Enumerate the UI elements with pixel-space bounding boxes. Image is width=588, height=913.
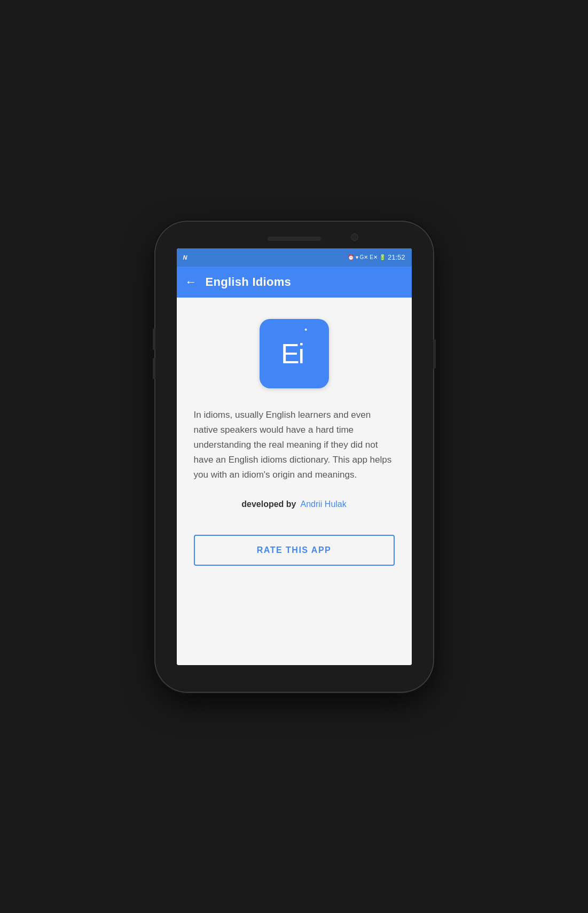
status-left: N xyxy=(183,254,187,261)
alarm-icon: ⏰ xyxy=(348,254,354,260)
app-bar: ← English Idioms xyxy=(177,267,412,298)
app-icon-dot: • xyxy=(304,325,307,334)
app-icon-wrapper: Ei • xyxy=(260,319,329,388)
rate-app-button[interactable]: RATE THIS APP xyxy=(194,535,395,566)
phone-camera xyxy=(351,233,358,241)
app-icon: Ei • xyxy=(260,319,329,388)
developer-label: developed by xyxy=(241,500,296,509)
phone-device: N ⏰ ▾ G✕ E✕ 🔋 21:52 ← English Idioms xyxy=(155,222,433,692)
volume-down-button[interactable] xyxy=(153,358,155,379)
status-time: 21:52 xyxy=(388,253,405,261)
wifi-icon: ▾ xyxy=(356,254,358,260)
signal-g-icon: G✕ xyxy=(360,254,369,260)
signal-e-icon: E✕ xyxy=(370,254,378,260)
developer-row: developed by Andrii Hulak xyxy=(241,500,347,509)
main-content: Ei • In idioms, usually English learners… xyxy=(177,298,412,665)
status-right: ⏰ ▾ G✕ E✕ 🔋 21:52 xyxy=(348,253,405,261)
notification-icon: N xyxy=(183,254,187,261)
phone-speaker xyxy=(268,237,321,241)
status-icons: ⏰ ▾ G✕ E✕ 🔋 xyxy=(348,254,386,260)
volume-up-button[interactable] xyxy=(153,329,155,350)
app-description: In idioms, usually English learners and … xyxy=(194,408,395,482)
app-icon-letters: Ei xyxy=(281,340,303,368)
back-button[interactable]: ← xyxy=(185,276,197,288)
status-bar: N ⏰ ▾ G✕ E✕ 🔋 21:52 xyxy=(177,248,412,267)
phone-screen: N ⏰ ▾ G✕ E✕ 🔋 21:52 ← English Idioms xyxy=(177,248,412,665)
power-button[interactable] xyxy=(433,339,436,369)
developer-name: Andrii Hulak xyxy=(300,500,346,509)
battery-icon: 🔋 xyxy=(379,254,386,260)
app-bar-title: English Idioms xyxy=(206,275,292,289)
